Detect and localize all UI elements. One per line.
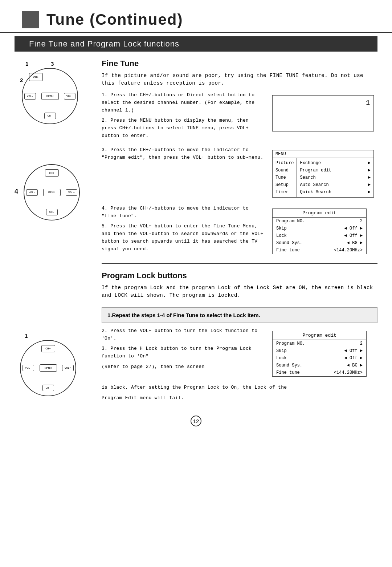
prog-row-value-skip-2: ◄ Off ►: [344, 348, 363, 353]
repeat-steps-text: 1.Repeat the steps 1-4 of Fine Tune to s…: [107, 312, 260, 318]
menu-box-container: MENU Picture Sound Tune Setup Timer Exch…: [272, 146, 377, 201]
menu-header: MENU: [273, 150, 373, 158]
menu-right-column: Exchange► Program edit► Search► Auto Sea…: [297, 158, 373, 197]
prog-row-label-no: Program NO.: [276, 219, 305, 224]
steps-4-5-text: 4. Press the CH+/-buttons to move the in…: [102, 205, 265, 256]
ch-plus-button-1: CH+: [29, 73, 43, 81]
prog-row-label-sound: Sound Sys.: [276, 240, 302, 246]
prog-row-label-skip-2: Skip: [276, 348, 287, 353]
menu-label: MENU: [275, 151, 286, 157]
prog-row-value-no-2: 2: [360, 341, 363, 346]
fine-tune-intro: If the picture and/or sound are poor, tr…: [102, 72, 377, 87]
bottom-right-content: 1.Repeat the steps 1-4 of Fine Tune to s…: [102, 307, 377, 405]
section-header: Fine Tune and Program Lock functions: [15, 36, 377, 52]
prog-row-label-sound-2: Sound Sys.: [276, 363, 302, 368]
prog-row-value-skip: ◄ Off ►: [344, 226, 363, 231]
prog-row-lock-1: Lock ◄ Off ►: [273, 232, 366, 239]
menu-item-picture: Picture: [275, 159, 294, 167]
ch-minus-button-2: CH-: [46, 209, 58, 215]
page-number-value: 12: [193, 418, 199, 424]
remote-diagram-3-wrapper: 1 2 CH+ MENU VOL- VOL+ CH-: [15, 307, 94, 405]
channel-number-display: 1: [272, 95, 374, 131]
diagram-label-1b: 1: [25, 333, 28, 339]
prog-row-value-lock-2: ◄ Off ►: [344, 356, 363, 361]
prog-row-no-1: Program NO. 2: [273, 218, 366, 225]
step-3-text: 3. Press the CH+/-buttons to move the in…: [102, 146, 265, 165]
title-block-decoration: [22, 11, 39, 28]
prog-row-label-finetune-2: Fine tune: [276, 370, 300, 375]
page-number-circle: 12: [191, 416, 201, 426]
repeat-steps-box: 1.Repeat the steps 1-4 of Fine Tune to s…: [102, 307, 377, 323]
step3-row: 3. Press the CH+/-buttons to move the in…: [102, 146, 377, 201]
prog-row-skip-1: Skip ◄ Off ►: [273, 225, 366, 232]
step-5: 5. Press the VOL+ button to enter the Fi…: [102, 223, 265, 253]
vol-plus-button-1: VOL+: [64, 93, 75, 100]
step-4: 4. Press the CH+/-buttons to move the in…: [102, 205, 265, 220]
steps-1-2-text: 1. Press the CH+/-buttons or Direct sele…: [102, 92, 265, 143]
prog-row-value-finetune-2: <144.20MHz>: [334, 370, 363, 375]
ch-plus-button-2: CH+: [45, 169, 59, 177]
diagram-label-3: 3: [51, 61, 54, 67]
prog-row-label-lock-2: Lock: [276, 356, 287, 361]
prog-lock-steps-row: 2. Press the VOL+ button to turn the Loc…: [102, 327, 377, 380]
prog-lock-steps-text: 2. Press the VOL+ button to turn the Loc…: [102, 327, 265, 374]
section-divider: [102, 263, 377, 264]
menu-quick-search: Quick Search►: [300, 189, 371, 196]
vol-plus-button-3: VOL+: [62, 365, 74, 371]
prog-edit-box-2: Program edit Program NO. 2 Skip ◄ Off ► …: [272, 331, 367, 377]
menu-box-inner: Picture Sound Tune Setup Timer Exchange►…: [273, 158, 373, 197]
prog-edit-box-1-container: Program edit Program NO. 2 Skip ◄ Off ► …: [272, 205, 377, 258]
ch-plus-button-3: CH+: [41, 345, 55, 352]
menu-search: Search►: [300, 174, 371, 181]
prog-edit-header-1: Program edit: [273, 209, 366, 218]
prog-edit-box-2-container: Program edit Program NO. 2 Skip ◄ Off ► …: [272, 327, 377, 380]
vol-minus-button-3: VOL-: [23, 365, 34, 371]
diagram-label-1: 1: [25, 61, 28, 67]
prog-row-finetune-2: Fine tune <144.20MHz>: [273, 369, 366, 376]
prog-row-sound-2: Sound Sys. ◄ BG ►: [273, 362, 366, 369]
prog-row-label-no-2: Program NO.: [276, 341, 305, 346]
prog-lock-step-3: 3. Press the H Lock button to turn the P…: [102, 345, 265, 360]
prog-row-value-no: 2: [360, 219, 363, 224]
step-1: 1. Press the CH+/-buttons or Direct sele…: [102, 92, 265, 114]
prog-row-no-2: Program NO. 2: [273, 340, 366, 347]
page-title-area: Tune (Continued): [0, 0, 392, 33]
prog-row-sound-1: Sound Sys. ◄ BG ►: [273, 239, 366, 247]
right-content-col: Fine Tune If the picture and/or sound ar…: [94, 52, 377, 304]
program-lock-intro: If the program Lock and the program Lock…: [102, 284, 377, 299]
menu-button-3: MENU: [40, 364, 57, 372]
prog-row-value-finetune: <144.20MHz>: [334, 248, 363, 253]
menu-button-1: MENU: [41, 93, 59, 100]
vol-minus-button-2: VOL-: [26, 189, 38, 196]
menu-exchange: Exchange►: [300, 159, 371, 167]
vol-plus-button-2: VOL+: [66, 189, 77, 196]
diagram-label-4: 4: [15, 188, 18, 195]
ch-minus-button-1: CH-: [44, 113, 56, 119]
ch-minus-button-3: CH-: [42, 385, 54, 391]
prog-row-lock-2: Lock ◄ Off ►: [273, 355, 366, 362]
prog-lock-step-ref: (Refer to page 27), then the screen: [102, 363, 265, 371]
prog-lock-step-2: 2. Press the VOL+ button to turn the Loc…: [102, 327, 265, 343]
menu-item-timer: Timer: [275, 189, 294, 196]
step1-2-row: 1. Press the CH+/-buttons or Direct sele…: [102, 92, 377, 143]
prog-edit-box-1: Program edit Program NO. 2 Skip ◄ Off ► …: [272, 208, 367, 254]
channel-number: 1: [366, 99, 370, 106]
page-number-area: 12: [0, 416, 392, 426]
prog-lock-step-is-black: is black. After setting the Program Lock…: [102, 384, 377, 392]
menu-item-setup: Setup: [275, 181, 294, 189]
prog-row-skip-2: Skip ◄ Off ►: [273, 347, 366, 355]
prog-row-label-lock: Lock: [276, 233, 287, 238]
step4-5-row: 4. Press the CH+/-buttons to move the in…: [102, 205, 377, 258]
step-2: 2. Press the MENU button to display the …: [102, 117, 265, 139]
bottom-section: 1 2 CH+ MENU VOL- VOL+ CH- 1.Repeat the …: [0, 307, 392, 405]
page-title: Tune (Continued): [46, 11, 183, 28]
step-3: 3. Press the CH+/-buttons to move the in…: [102, 146, 265, 162]
vol-minus-button-1: VOL-: [24, 93, 36, 100]
prog-row-value-sound-2: ◄ BG ►: [347, 363, 363, 368]
menu-item-sound: Sound: [275, 167, 294, 174]
menu-program-edit: Program edit►: [300, 167, 371, 174]
diagram-label-2: 2: [20, 77, 23, 83]
program-lock-title: Program Lock buttons: [102, 271, 377, 280]
menu-box: MENU Picture Sound Tune Setup Timer Exch…: [272, 150, 374, 198]
prog-row-value-lock: ◄ Off ►: [344, 233, 363, 238]
